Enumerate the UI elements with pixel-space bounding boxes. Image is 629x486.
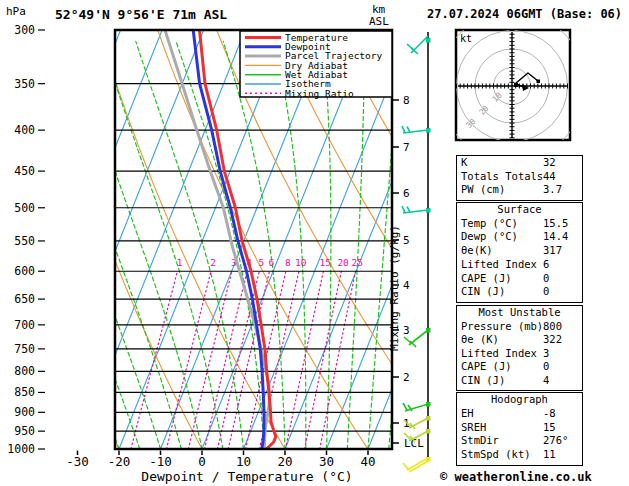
svg-text:20: 20 [337,257,349,268]
panel-row-label: CIN (J) [461,374,505,386]
panel-row: Dewp (°C)14.4 [457,230,582,244]
temperature-axis: -30-20-10010203040Dewpoint / Temperature… [66,451,375,485]
svg-text:2: 2 [210,257,216,268]
svg-text:750: 750 [14,342,35,356]
panel-row: Temp (°C)15.5 [457,217,582,231]
panel-row: CIN (J)4 [457,374,582,388]
panel-row-label: Totals Totals [461,170,543,182]
svg-text:350: 350 [14,77,35,91]
panel-row-value: 3.7 [543,183,562,195]
panel-row-label: θe (K) [461,333,499,345]
panel-row-label: StmSpd (kt) [461,448,531,460]
svg-text:40: 40 [360,454,375,469]
panel-row-value: 44 [543,170,556,182]
svg-text:600: 600 [14,264,35,278]
panel-row: EH-8 [457,407,582,421]
panel-row-value: 0 [543,360,549,372]
panel-row: CAPE (J)0 [457,360,582,374]
svg-text:0: 0 [198,454,206,469]
panel-row-value: 32 [543,156,556,168]
panel-row: StmDir276° [457,434,582,448]
svg-text:3: 3 [403,324,410,337]
svg-text:950: 950 [14,424,35,438]
panel-row: CIN (J)0 [457,285,582,299]
svg-text:6: 6 [269,257,275,268]
wind-barb [402,206,431,213]
panel-row: θe (K)322 [457,333,582,347]
panel-row-label: Lifted Index [461,258,537,270]
wind-barb [403,457,431,472]
panel-row-label: Temp (°C) [461,217,518,229]
svg-text:1000: 1000 [7,442,35,456]
panel-row: SREH15 [457,421,582,435]
panel-row-value: 276° [543,434,568,446]
svg-text:2: 2 [403,371,410,384]
svg-text:-30: -30 [66,454,89,469]
panel-row: CAPE (J)0 [457,272,582,286]
svg-text:500: 500 [14,201,35,215]
svg-text:800: 800 [14,364,35,378]
svg-text:Mixing Ratio: Mixing Ratio [285,88,354,99]
svg-text:6: 6 [403,187,410,200]
panel-row-label: CAPE (J) [461,272,512,284]
panel-box-header: Most Unstable [457,306,582,320]
wind-barb [407,36,431,54]
panel-row: θe(K)317 [457,244,582,258]
panel-row-value: 0 [543,285,549,297]
panel-row-value: 6 [543,258,549,270]
svg-text:Mixing Ratio (g/kg): Mixing Ratio (g/kg) [388,225,401,351]
panel-row: K32 [457,156,582,170]
svg-text:300: 300 [14,23,35,37]
panel-row-value: 15 [543,421,556,433]
svg-text:5: 5 [403,234,410,247]
hodograph: 102030kt [438,12,586,160]
panel-row-label: PW (cm) [461,183,505,195]
panel-row-label: K [461,156,467,168]
panel-row-value: 317 [543,244,562,256]
panel-box-indices: K32Totals Totals44PW (cm)3.7 [456,155,583,201]
svg-text:5: 5 [258,257,264,268]
svg-text:kt: kt [460,33,472,44]
panel-row-value: 800 [543,320,562,332]
panel-row-label: CAPE (J) [461,360,512,372]
panel-box-header: Surface [457,203,582,217]
panel-row-label: EH [461,407,474,419]
panel-box-header: Hodograph [457,393,582,407]
panel-row-label: StmDir [461,434,499,446]
panel-row-label: Lifted Index [461,347,537,359]
panel-row-label: CIN (J) [461,285,505,297]
altitude-axis: 87654321LCLMixing Ratio (g/kg) [388,94,424,450]
panel-row-label: Dewp (°C) [461,230,518,242]
mixing-ratio-labels: 123456810152025 [177,257,363,268]
panel-row-value: 0 [543,272,549,284]
pressure-axis: 3003504004505005506006507007508008509009… [7,23,45,456]
credit-footer: © weatheronline.co.uk [440,470,592,484]
chart-legend: TemperatureDewpointParcel TrajectoryDry … [240,31,392,99]
svg-text:4: 4 [403,279,410,292]
panel-box-surface: SurfaceTemp (°C)15.5Dewp (°C)14.4θe(K)31… [456,202,583,303]
svg-text:15: 15 [319,257,330,268]
svg-text:10: 10 [295,257,307,268]
panel-row-value: 322 [543,333,562,345]
panel-row-value: 11 [543,448,556,460]
svg-text:650: 650 [14,292,35,306]
svg-text:900: 900 [14,405,35,419]
svg-text:20: 20 [277,454,292,469]
wind-barb [402,126,431,133]
svg-text:550: 550 [14,234,35,248]
panel-row-value: 15.5 [543,217,568,229]
panel-row: Totals Totals44 [457,170,582,184]
panel-row-value: 14.4 [543,230,568,242]
panel-row: Pressure (mb)800 [457,320,582,334]
svg-text:10: 10 [236,454,251,469]
svg-text:25: 25 [352,257,363,268]
panel-row-value: 3 [543,347,549,359]
svg-text:-10: -10 [149,454,172,469]
svg-text:-20: -20 [108,454,131,469]
panel-box-most-unstable: Most UnstablePressure (mb)800θe (K)322Li… [456,305,583,391]
panel-row: StmSpd (kt)11 [457,448,582,462]
skewt-sounding-app: hPa 52°49'N 9°56'E 71m ASL km ASL 27.07.… [0,0,629,486]
wind-barb [403,402,431,411]
panel-row: PW (cm)3.7 [457,183,582,197]
svg-text:700: 700 [14,318,35,332]
